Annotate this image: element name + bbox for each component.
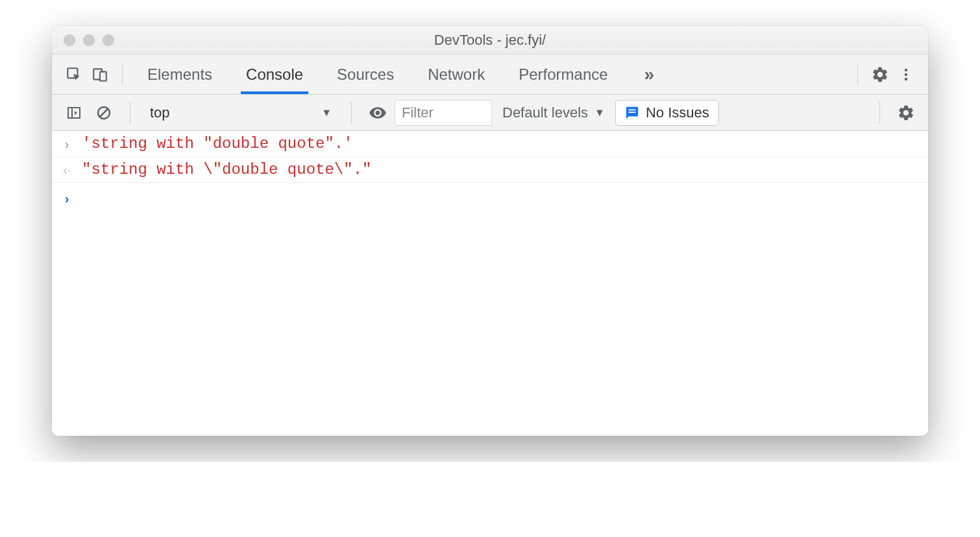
- svg-rect-2: [100, 71, 106, 80]
- tabs-overflow-icon[interactable]: »: [637, 64, 663, 85]
- console-toolbar: top ▼ Default levels ▼ No Issues: [52, 95, 928, 131]
- svg-point-3: [905, 68, 907, 71]
- input-chevron-icon: ›: [60, 135, 74, 152]
- issues-icon: [625, 106, 639, 120]
- divider: [879, 102, 880, 124]
- console-input-row[interactable]: › 'string with "double quote".': [52, 131, 928, 157]
- settings-gear-icon[interactable]: [867, 62, 893, 88]
- divider: [351, 102, 352, 124]
- tab-network[interactable]: Network: [423, 55, 490, 94]
- issues-button[interactable]: No Issues: [615, 100, 719, 126]
- sidebar-toggle-icon[interactable]: [61, 100, 87, 126]
- device-toggle-icon[interactable]: [87, 62, 113, 88]
- context-label: top: [150, 104, 170, 121]
- devtools-window: DevTools - jec.fyi/ Elements Console Sou…: [52, 26, 928, 436]
- divider: [122, 64, 123, 86]
- svg-line-8: [100, 109, 108, 117]
- console-input-text: 'string with "double quote".': [82, 135, 353, 152]
- more-menu-icon[interactable]: [893, 62, 919, 88]
- tab-sources[interactable]: Sources: [332, 55, 399, 94]
- clear-console-icon[interactable]: [91, 100, 117, 126]
- tabbar-right: [848, 62, 919, 88]
- console-output-text: "string with \"double quote\".": [82, 161, 371, 178]
- divider: [857, 64, 858, 86]
- tab-performance[interactable]: Performance: [513, 55, 613, 94]
- tab-elements[interactable]: Elements: [142, 55, 217, 94]
- log-levels-label: Default levels: [502, 104, 588, 121]
- console-output: › 'string with "double quote".' ‹· "stri…: [52, 131, 928, 436]
- output-chevron-icon: ‹·: [60, 161, 74, 178]
- chevron-down-icon: ▼: [594, 107, 605, 119]
- svg-point-4: [905, 73, 907, 75]
- log-levels-selector[interactable]: Default levels ▼: [496, 104, 611, 121]
- main-tabbar: Elements Console Sources Network Perform…: [52, 54, 928, 95]
- maximize-dot[interactable]: [103, 34, 114, 46]
- svg-point-5: [905, 77, 907, 80]
- filter-input[interactable]: [395, 100, 492, 126]
- live-expression-eye-icon[interactable]: [365, 100, 391, 126]
- window-titlebar: DevTools - jec.fyi/: [52, 26, 928, 54]
- window-title: DevTools - jec.fyi/: [52, 32, 928, 49]
- close-dot[interactable]: [64, 34, 75, 46]
- svg-rect-6: [68, 108, 80, 118]
- console-prompt-row[interactable]: ›: [52, 183, 928, 213]
- prompt-chevron-icon: ›: [60, 189, 74, 206]
- divider: [130, 102, 130, 124]
- tabs-container: Elements Console Sources Network Perform…: [142, 55, 848, 94]
- console-output-row: ‹· "string with \"double quote\".": [52, 157, 928, 183]
- inspect-element-icon[interactable]: [61, 62, 87, 88]
- minimize-dot[interactable]: [83, 34, 95, 46]
- chevron-down-icon: ▼: [321, 107, 332, 119]
- console-settings-gear-icon[interactable]: [893, 100, 919, 126]
- traffic-lights: [52, 34, 114, 46]
- context-selector[interactable]: top ▼: [143, 102, 338, 124]
- issues-label: No Issues: [646, 104, 709, 121]
- tab-console[interactable]: Console: [241, 55, 308, 94]
